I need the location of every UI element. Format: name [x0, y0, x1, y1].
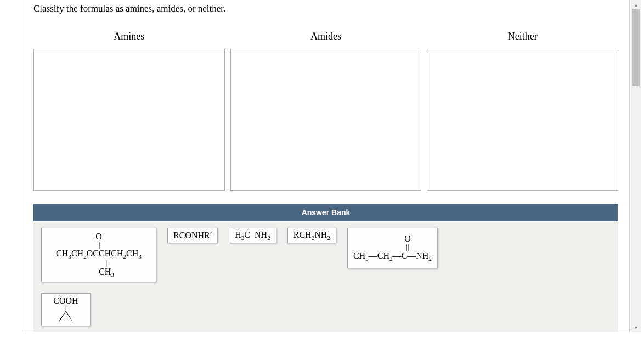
chip-propanamide[interactable]: O || CH3—CH2—C—NH2 [347, 228, 438, 268]
svg-line-1 [66, 311, 72, 321]
chip-cooh-structure[interactable]: COOH | [41, 293, 91, 326]
chip-row-2: COOH | [41, 293, 611, 326]
ester-dblbond: || [56, 242, 142, 249]
prop-main: CH3—CH2—C—NH2 [353, 251, 432, 262]
amides-label: Amides [310, 31, 341, 42]
answer-bank-header: Answer Bank [33, 204, 618, 221]
neither-drop-zone[interactable] [427, 49, 618, 191]
rch2nh2-text: RCH2NH2 [293, 230, 330, 241]
propanamide-structure: O || CH3—CH2—C—NH2 [353, 234, 432, 262]
ester-o: O [56, 232, 142, 242]
benzene-partial-icon [55, 311, 77, 322]
amides-drop-zone[interactable] [230, 49, 422, 191]
scroll-down-arrow[interactable]: ▾ [631, 323, 641, 332]
question-prompt: Classify the formulas as amines, amides,… [33, 3, 618, 14]
amines-label: Amines [114, 31, 144, 42]
chip-rch2nh2[interactable]: RCH2NH2 [287, 228, 336, 243]
up-arrow-icon: ▴ [635, 2, 637, 8]
category-neither: Neither [427, 31, 618, 191]
chip-rconhr[interactable]: RCONHR′ [167, 228, 218, 243]
ester-oc-group: O || CH3CH2OCCHCH2CH3 | CH3 [56, 232, 142, 278]
ester-main: CH3CH2OCCHCH2CH3 [56, 249, 142, 260]
category-amides: Amides [230, 31, 422, 191]
down-arrow-icon: ▾ [635, 324, 637, 331]
neither-label: Neither [508, 31, 538, 42]
question-panel: Classify the formulas as amines, amides,… [22, 0, 630, 332]
cooh-bar: | [65, 306, 66, 311]
prop-dblbond: || [383, 244, 432, 251]
answer-bank: O || CH3CH2OCCHCH2CH3 | CH3 RCONHR′ H3C–… [33, 221, 618, 332]
h3cnh2-text: H3C–NH2 [235, 230, 270, 241]
scroll-up-arrow[interactable]: ▴ [631, 0, 641, 9]
categories-row: Amines Amides Neither [33, 31, 618, 191]
chip-ester-structure[interactable]: O || CH3CH2OCCHCH2CH3 | CH3 [41, 228, 156, 282]
chip-h3c-nh2[interactable]: H3C–NH2 [229, 228, 276, 243]
svg-line-2 [60, 313, 64, 320]
rconhr-text: RCONHR′ [173, 231, 212, 240]
amines-drop-zone[interactable] [33, 49, 225, 191]
scrollbar[interactable]: ▴ ▾ [631, 0, 641, 332]
category-amines: Amines [33, 31, 225, 191]
ester-bar: | [71, 260, 142, 267]
ester-sub: CH3 [71, 267, 142, 278]
prop-o: O [383, 234, 432, 244]
scroll-thumb[interactable] [632, 9, 640, 86]
